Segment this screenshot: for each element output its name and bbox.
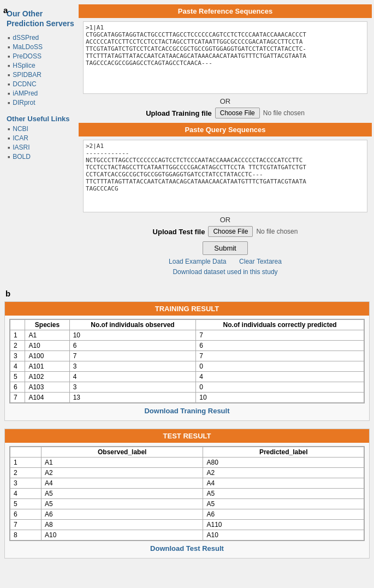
training-result-scroll[interactable]: Species No.of individuals observed No.of…	[9, 319, 365, 403]
download-test-link-row: Download Test Result	[5, 544, 369, 553]
table-cell: A104	[25, 393, 69, 403]
table-row: 8A10A10	[10, 530, 364, 541]
sidebar-item-bold[interactable]: BOLD	[8, 153, 74, 161]
table-cell: A101	[25, 361, 69, 372]
table-cell: A6	[41, 509, 203, 520]
table-cell: 1	[10, 458, 41, 468]
table-row: 6A10330	[10, 382, 364, 393]
query-sequence-textarea[interactable]: >2|A1 ------------ NCTGCCCTTAGCCTCCCCCCA…	[86, 142, 365, 208]
table-cell: 6	[69, 341, 196, 351]
training-file-chosen-label: No file chosen	[263, 109, 305, 117]
upload-training-label: Upload Training file	[146, 109, 212, 117]
sidebar-item-icar[interactable]: ICAR	[8, 134, 74, 142]
table-cell: 1	[10, 330, 25, 341]
table-cell: 6	[10, 509, 41, 520]
sidebar-item-iampred[interactable]: iAMPred	[8, 90, 74, 97]
section-label-b: b	[2, 288, 372, 301]
table-cell: 6	[196, 341, 364, 351]
sidebar-item-spidbar[interactable]: SPIDBAR	[8, 71, 74, 79]
download-dataset-link[interactable]: Download dataset used in this study	[173, 268, 277, 276]
table-cell: 3	[69, 382, 196, 393]
test-th-observed: Observed_label	[41, 447, 203, 458]
table-cell: 2	[10, 468, 41, 478]
table-row: 7A1041310	[10, 393, 364, 403]
sidebar-useful-list: NCBI ICAR IASRI BOLD	[7, 125, 74, 161]
training-result-table: Species No.of individuals observed No.of…	[10, 319, 364, 403]
table-row: 7A8A110	[10, 520, 364, 530]
training-th-observed: No.of individuals observed	[69, 320, 196, 330]
table-row: 2A1066	[10, 341, 364, 351]
or-divider-2: OR	[79, 216, 372, 224]
table-cell: 7	[10, 520, 41, 530]
training-th-predicted: No.of individuals correctly predicted	[196, 320, 364, 330]
choose-training-file-button[interactable]: Choose File	[215, 108, 260, 118]
sidebar-prediction-list: dSSPred MaLDoSS PreDOSS HSplice SPIDBAR …	[7, 34, 74, 106]
sidebar-item-ncbi[interactable]: NCBI	[8, 125, 74, 133]
table-row: 1A1A80	[10, 458, 364, 468]
table-cell: 7	[10, 393, 25, 403]
sidebar-item-hsplice[interactable]: HSplice	[8, 62, 74, 69]
sidebar-item-iasri[interactable]: IASRI	[8, 144, 74, 151]
sidebar: Our Other Prediction Servers dSSPred MaL…	[2, 4, 79, 279]
table-cell: 4	[10, 361, 25, 372]
table-row: 4A10130	[10, 361, 364, 372]
table-cell: A4	[203, 478, 364, 489]
training-result-header: TRAINING RESULT	[5, 302, 369, 316]
table-cell: A10	[41, 530, 203, 541]
table-cell: 3	[10, 478, 41, 489]
choose-test-file-button[interactable]: Choose File	[208, 226, 253, 237]
training-table-body: 1A11072A10663A100774A101305A102446A10330…	[10, 330, 364, 403]
table-cell: A1	[25, 330, 69, 341]
training-table-header-row: Species No.of individuals observed No.of…	[10, 320, 364, 330]
action-links: Load Example Data Clear Textarea	[79, 257, 372, 265]
table-cell: A1	[41, 458, 203, 468]
table-cell: A6	[203, 509, 364, 520]
upload-test-label: Upload Test file	[153, 228, 205, 236]
table-cell: 7	[196, 330, 364, 341]
table-cell: A10	[25, 341, 69, 351]
upload-training-row: Upload Training file Choose File No file…	[79, 108, 372, 118]
download-training-link-row: Download Traning Result	[5, 407, 369, 415]
table-cell: A100	[25, 351, 69, 361]
table-row: 2A2A2	[10, 468, 364, 478]
table-cell: 4	[69, 372, 196, 382]
panel-b: b TRAINING RESULT Species No.of individu…	[0, 283, 374, 571]
training-th-rownum	[10, 320, 25, 330]
sidebar-item-predoss[interactable]: PreDOSS	[8, 52, 74, 60]
sidebar-item-maldoss[interactable]: MaLDoSS	[8, 43, 74, 51]
sidebar-item-dirprot[interactable]: DIRprot	[8, 99, 74, 106]
table-cell: A2	[41, 468, 203, 478]
table-cell: A5	[203, 489, 364, 499]
main-panel-a: Paste Reference Sequences >1|A1 CTGGCATA…	[79, 4, 372, 279]
upload-test-row: Upload Test file Choose File No file cho…	[79, 226, 372, 237]
table-row: 5A10244	[10, 372, 364, 382]
section-label-a: a	[3, 5, 8, 15]
table-cell: 3	[69, 361, 196, 372]
query-sequence-area: >2|A1 ------------ NCTGCCCTTAGCCTCCCCCCA…	[83, 140, 367, 212]
reference-sequence-area: >1|A1 CTGGCATAGGTAGGTACTGCCCTTAGCCTCCCCC…	[83, 21, 367, 94]
test-table-body: 1A1A802A2A23A4A44A5A55A5A56A6A67A8A1108A…	[10, 458, 364, 541]
download-dataset-link-row: Download dataset used in this study	[79, 268, 372, 276]
test-th-rownum	[10, 447, 41, 458]
reference-sequence-textarea[interactable]: >1|A1 CTGGCATAGGTAGGTACTGCCCTTAGCCTCCCCC…	[86, 24, 365, 90]
test-result-box: TEST RESULT Observed_label Predicted_lab…	[4, 429, 370, 559]
download-training-link[interactable]: Download Traning Result	[144, 407, 229, 415]
submit-button[interactable]: Submit	[203, 241, 247, 255]
table-cell: 7	[69, 351, 196, 361]
training-result-box: TRAINING RESULT Species No.of individual…	[4, 301, 370, 421]
table-cell: 5	[10, 499, 41, 509]
download-test-link[interactable]: Download Test Result	[150, 544, 224, 553]
table-row: 6A6A6	[10, 509, 364, 520]
load-example-link[interactable]: Load Example Data	[169, 258, 226, 265]
table-cell: 0	[196, 382, 364, 393]
test-result-header: TEST RESULT	[5, 429, 369, 443]
sidebar-item-dsspred[interactable]: dSSPred	[8, 34, 74, 41]
clear-textarea-link[interactable]: Clear Textarea	[239, 258, 282, 265]
table-row: 1A1107	[10, 330, 364, 341]
paste-reference-header: Paste Reference Sequences	[79, 4, 372, 18]
table-cell: A5	[41, 489, 203, 499]
sidebar-item-dcdnc[interactable]: DCDNC	[8, 80, 74, 88]
test-result-scroll[interactable]: Observed_label Predicted_label 1A1A802A2…	[9, 446, 365, 541]
table-cell: 3	[10, 351, 25, 361]
table-cell: 2	[10, 341, 25, 351]
